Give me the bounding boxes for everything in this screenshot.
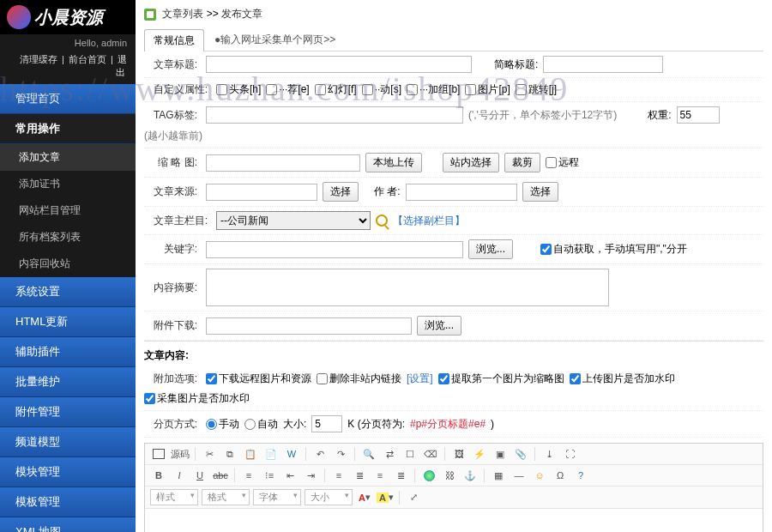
nav-add-article[interactable]: 添加文章 (0, 144, 136, 171)
input-title[interactable] (206, 56, 472, 73)
ed-flash-icon[interactable]: ⚡ (471, 446, 488, 462)
ed-unlink-icon[interactable]: ⛓ (441, 468, 458, 483)
btn-browse-keywords[interactable]: 浏览... (468, 239, 513, 259)
input-author[interactable] (406, 184, 517, 201)
ed-pagebreak-icon[interactable]: ⤓ (540, 446, 558, 462)
ed-emoji-icon[interactable]: ☺ (531, 468, 548, 483)
ed-select-font[interactable]: 字体 (253, 489, 301, 505)
nav-archive-list[interactable]: 所有档案列表 (0, 224, 136, 251)
ed-undo-icon[interactable]: ↶ (311, 446, 329, 462)
ed-maximize-icon[interactable]: ⤢ (405, 490, 422, 505)
ed-copy-icon[interactable]: ⧉ (221, 446, 238, 462)
ed-paste-word-icon[interactable]: W (283, 446, 300, 462)
btn-site-select[interactable]: 站内选择 (443, 153, 499, 172)
link-logout[interactable]: 退出 (116, 54, 127, 77)
ed-align-left-icon[interactable]: ≡ (330, 468, 347, 483)
ed-anchor-icon[interactable]: ⚓ (461, 468, 479, 483)
ed-source-label[interactable]: 源码 (171, 448, 190, 461)
attr-scroll[interactable]: ··动[s] (362, 82, 401, 97)
nav-xml[interactable]: XML地图 (0, 517, 136, 532)
ed-select-format[interactable]: 格式 (202, 489, 250, 505)
ed-select-style[interactable]: 样式 (150, 489, 198, 505)
input-keywords[interactable] (206, 241, 463, 258)
ed-help-icon[interactable]: ? (572, 468, 589, 483)
btn-crop[interactable]: 裁剪 (504, 153, 540, 172)
ed-italic-icon[interactable]: I (171, 468, 188, 483)
opt-collect-watermark[interactable]: 采集图片是否加水印 (144, 391, 250, 406)
ed-selectall-icon[interactable]: ☐ (401, 446, 419, 462)
opt-download-remote[interactable]: 下载远程图片和资源 (206, 372, 311, 386)
ed-fullscreen-icon[interactable]: ⛶ (561, 446, 578, 462)
nav-template[interactable]: 模板管理 (0, 487, 136, 517)
ed-redo-icon[interactable]: ↷ (332, 446, 349, 462)
btn-local-upload[interactable]: 本地上传 (365, 153, 422, 172)
nav-column-manage[interactable]: 网站栏目管理 (0, 197, 136, 224)
ed-table-icon[interactable]: ▦ (490, 468, 507, 483)
input-weight[interactable] (677, 106, 720, 124)
nav-html[interactable]: HTML更新 (0, 307, 136, 337)
nav-add-cert[interactable]: 添加证书 (0, 171, 136, 197)
link-frontpage[interactable]: 前台首页 (69, 54, 106, 64)
attr-recommend[interactable]: ···荐[e] (266, 82, 309, 97)
ed-strike-icon[interactable]: abc (212, 468, 229, 483)
input-tag[interactable] (206, 106, 463, 124)
search-column-icon[interactable] (376, 215, 388, 227)
input-thumb[interactable] (206, 154, 360, 172)
nav-module[interactable]: 模块管理 (0, 457, 136, 487)
tab-crawl-url[interactable]: ●输入网址采集单个网页>> (209, 29, 341, 51)
ed-replace-icon[interactable]: ⇄ (381, 446, 398, 462)
ed-paste-text-icon[interactable]: 📄 (262, 446, 280, 462)
ed-align-center-icon[interactable]: ≣ (351, 468, 368, 483)
btn-browse-attach[interactable]: 浏览... (417, 316, 461, 336)
nav-batch[interactable]: 批量维护 (0, 367, 136, 397)
ed-specialchar-icon[interactable]: Ω (552, 468, 569, 483)
input-attach[interactable] (206, 317, 412, 335)
ed-underline-icon[interactable]: U (191, 468, 208, 483)
opt-first-image-thumb[interactable]: 提取第一个图片为缩略图 (438, 372, 564, 386)
ed-cut-icon[interactable]: ✂ (201, 446, 218, 462)
ed-align-right-icon[interactable]: ≡ (371, 468, 389, 483)
attr-slide[interactable]: 幻灯[f] (315, 82, 357, 97)
ed-textcolor-icon[interactable]: A▾ (356, 490, 373, 505)
nav-channel[interactable]: 频道模型 (0, 427, 136, 457)
ed-source-icon[interactable] (150, 446, 167, 462)
ed-ul-icon[interactable]: ⁝≡ (261, 468, 278, 483)
ed-link-icon[interactable] (420, 468, 437, 483)
opt-remove-external[interactable]: 删除非站内链接 (317, 372, 401, 386)
radio-manual[interactable]: 手动 (206, 417, 239, 432)
nav-attach[interactable]: 附件管理 (0, 397, 136, 427)
ed-hr-icon[interactable]: — (510, 468, 528, 483)
ed-select-size[interactable]: 大小 (305, 489, 353, 505)
opt-upload-watermark[interactable]: 上传图片是否加水印 (570, 372, 675, 386)
chk-remote[interactable]: 远程 (546, 155, 579, 170)
ed-align-justify-icon[interactable]: ≣ (392, 468, 409, 483)
nav-recycle[interactable]: 内容回收站 (0, 251, 136, 277)
textarea-summary[interactable] (206, 269, 609, 306)
ed-clearformat-icon[interactable]: ⌫ (422, 446, 439, 462)
chk-auto-keywords[interactable]: 自动获取，手动填写用","分开 (540, 242, 687, 257)
input-short-title[interactable] (543, 56, 663, 73)
editor-canvas[interactable] (145, 509, 763, 532)
ed-find-icon[interactable]: 🔍 (360, 446, 377, 462)
radio-auto[interactable]: 自动 (244, 417, 278, 432)
tab-general[interactable]: 常规信息 (144, 29, 204, 51)
nav-plugin[interactable]: 辅助插件 (0, 337, 136, 367)
ed-paste-icon[interactable]: 📋 (242, 446, 259, 462)
ed-outdent-icon[interactable]: ⇤ (281, 468, 299, 483)
breadcrumb-a[interactable]: 文章列表 (162, 8, 203, 20)
btn-select-source[interactable]: 选择 (323, 182, 359, 202)
ed-indent-icon[interactable]: ⇥ (302, 468, 319, 483)
attr-picture[interactable]: 图片[p] (465, 82, 510, 97)
ed-media-icon[interactable]: ▣ (492, 446, 509, 462)
attr-bold[interactable]: ···加组[b] (407, 82, 460, 97)
ed-ol-icon[interactable]: ≡ (240, 468, 257, 483)
input-source[interactable] (206, 184, 317, 201)
btn-select-author[interactable]: 选择 (522, 182, 558, 202)
ed-bold-icon[interactable]: B (150, 468, 167, 483)
link-sub-column[interactable]: 【选择副栏目】 (393, 214, 465, 228)
link-settings[interactable]: [设置] (407, 372, 433, 386)
nav-home[interactable]: 管理首页 (0, 84, 136, 114)
input-page-size[interactable] (311, 415, 342, 432)
ed-bgcolor-icon[interactable]: A▾ (377, 490, 394, 505)
nav-common-ops[interactable]: 常用操作 (0, 114, 136, 144)
